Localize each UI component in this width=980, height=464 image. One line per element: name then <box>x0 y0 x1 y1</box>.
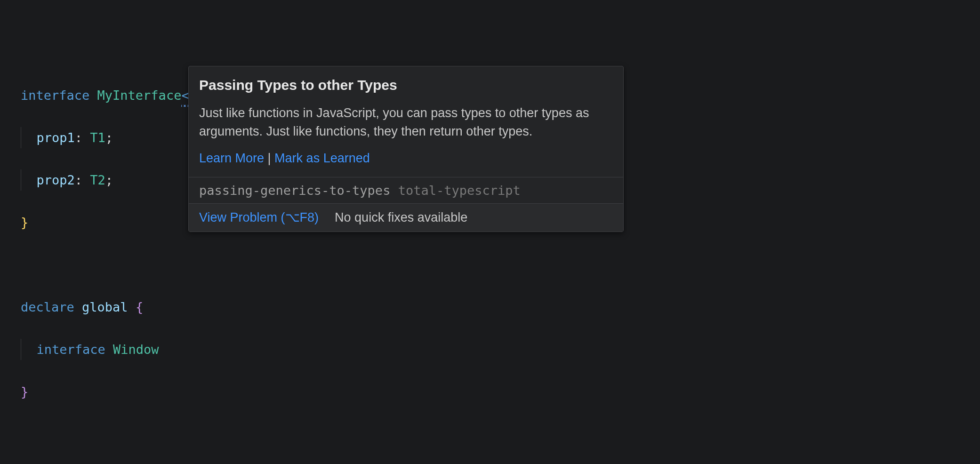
learn-more-link[interactable]: Learn More <box>199 151 264 165</box>
link-separator: | <box>264 151 274 165</box>
tooltip-title: Passing Types to other Types <box>199 75 613 96</box>
tooltip-slug: passing-generics-to-types <box>199 183 390 198</box>
keyword-interface: interface <box>21 88 89 103</box>
code-editor[interactable]: interface MyInterface<T1, T2> { prop1: T… <box>0 0 980 464</box>
type-name: Window <box>113 342 159 357</box>
tooltip-links: Learn More | Mark as Learned <box>199 149 613 168</box>
code-line[interactable]: } <box>21 381 959 402</box>
property-name: prop1 <box>37 130 75 145</box>
tooltip-footer: View Problem (⌥F8) No quick fixes availa… <box>189 203 623 232</box>
code-line <box>21 254 959 275</box>
tooltip-body: Passing Types to other Types Just like f… <box>189 66 623 177</box>
no-fixes-label: No quick fixes available <box>335 208 467 227</box>
view-problem-link[interactable]: View Problem (⌥F8) <box>199 208 319 227</box>
keyword-global: global <box>82 300 128 314</box>
hover-tooltip: Passing Types to other Types Just like f… <box>188 66 624 232</box>
mark-learned-link[interactable]: Mark as Learned <box>274 151 370 165</box>
tooltip-source: passing-generics-to-types total-typescri… <box>189 177 623 203</box>
property-name: prop2 <box>37 173 75 187</box>
type-ref: T2 <box>90 173 105 187</box>
tooltip-ext: total-typescript <box>398 183 521 198</box>
code-line <box>21 424 959 445</box>
tooltip-description: Just like functions in JavaScript, you c… <box>199 104 613 141</box>
keyword-declare: declare <box>21 300 74 314</box>
type-ref: T1 <box>90 130 105 145</box>
code-line[interactable]: interface Window <box>21 339 959 360</box>
type-name: MyInterface <box>97 88 182 103</box>
keyword-interface: interface <box>37 342 105 357</box>
code-line[interactable]: declare global { <box>21 296 959 318</box>
